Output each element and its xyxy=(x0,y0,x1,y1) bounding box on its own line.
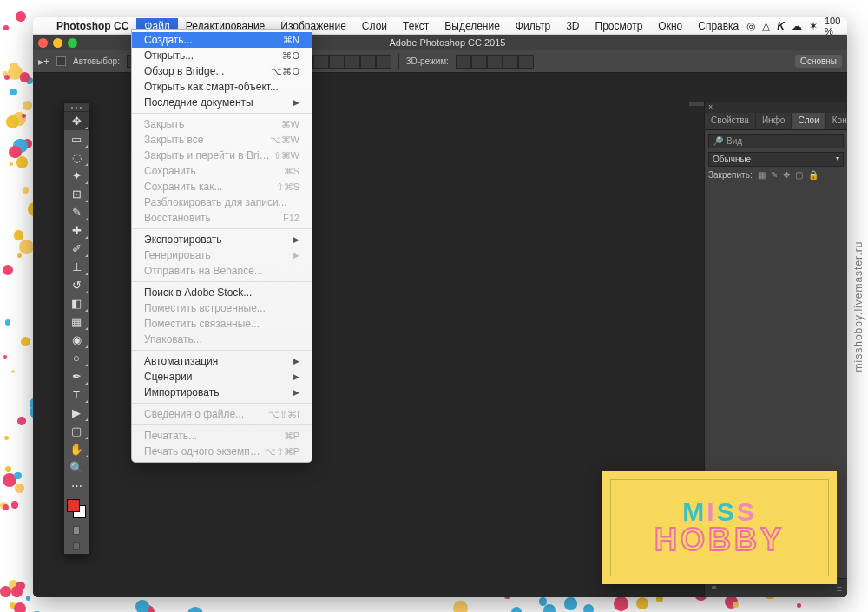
color-swatches[interactable] xyxy=(64,497,89,521)
menu-item[interactable]: Импортировать▶ xyxy=(132,385,312,400)
menu-item: Закрыть⌘W xyxy=(132,116,312,132)
dist-btn[interactable] xyxy=(313,55,329,69)
foreground-color[interactable] xyxy=(67,499,80,512)
confetti-dot xyxy=(135,600,149,612)
3d-btn[interactable] xyxy=(456,55,471,69)
card-line2: HOBBY xyxy=(654,522,785,558)
window-close[interactable] xyxy=(38,38,48,48)
blend-mode-select[interactable]: Обычные xyxy=(708,152,844,167)
side-watermark: misshobby.livemaster.ru xyxy=(852,240,865,372)
quickmask-toggle[interactable] xyxy=(64,523,89,538)
cc-icon[interactable]: ◎ xyxy=(746,20,755,32)
move-tool[interactable]: ✥ xyxy=(64,112,89,130)
lock-move-icon[interactable]: ✥ xyxy=(783,170,790,180)
menu-item[interactable]: Создать...⌘N xyxy=(132,32,312,48)
move-tool-icon[interactable]: ▸+ xyxy=(38,56,49,68)
panel-tab[interactable]: Контуры xyxy=(826,113,847,129)
menu-слои[interactable]: Слои xyxy=(354,18,395,34)
stamp-tool[interactable]: ⊥ xyxy=(64,258,89,276)
dist-btn[interactable] xyxy=(329,55,345,69)
menu-выделение[interactable]: Выделение xyxy=(437,18,508,34)
panel-menu-icon[interactable]: ≡ xyxy=(837,583,842,594)
dist-btn[interactable] xyxy=(345,55,360,69)
path-select-tool[interactable]: ▶ xyxy=(64,404,89,422)
edit-toolbar[interactable]: ⋯ xyxy=(64,477,89,495)
wifi-icon[interactable]: ✶ xyxy=(809,20,818,32)
menu-фильтр[interactable]: Фильтр xyxy=(508,18,558,34)
palette-grip[interactable] xyxy=(64,103,89,112)
confetti-dot xyxy=(22,114,26,118)
3d-btn[interactable] xyxy=(471,55,487,69)
zoom-tool[interactable]: 🔍 xyxy=(64,458,89,477)
confetti-dot xyxy=(3,25,9,30)
heal-tool[interactable]: ✚ xyxy=(64,221,89,240)
cloud-icon[interactable]: ☁︎ xyxy=(792,20,802,32)
app-name[interactable]: Photoshop CC xyxy=(49,18,136,34)
shape-tool[interactable]: ▢ xyxy=(64,422,89,440)
menu-текст[interactable]: Текст xyxy=(395,18,437,34)
gradient-tool[interactable]: ▦ xyxy=(64,313,89,331)
confetti-dot xyxy=(23,187,29,193)
confetti-dot xyxy=(583,604,594,612)
confetti-dot xyxy=(187,607,203,612)
type-tool[interactable]: T xyxy=(64,385,89,404)
menu-справка[interactable]: Справка xyxy=(690,18,746,34)
autoselect-label: Автовыбор: xyxy=(73,56,120,66)
panel-tab[interactable]: Слои xyxy=(792,113,825,129)
menu-item[interactable]: Открыть как смарт-объект... xyxy=(132,79,312,95)
lock-pixels-icon[interactable]: ▦ xyxy=(758,170,766,180)
3d-btn[interactable] xyxy=(487,55,503,69)
workspace-pill[interactable]: Основны xyxy=(795,55,842,68)
wand-tool[interactable]: ✦ xyxy=(64,167,89,185)
confetti-dot xyxy=(0,586,11,597)
filter-label: Вид xyxy=(727,136,742,146)
3d-btn[interactable] xyxy=(503,55,518,69)
menu-окно[interactable]: Окно xyxy=(650,18,690,34)
dodge-tool[interactable]: ○ xyxy=(64,349,89,367)
hand-tool[interactable]: ✋ xyxy=(64,440,89,458)
confetti-dot xyxy=(543,604,556,612)
menu-item: Сохранить⌘S xyxy=(132,163,312,179)
menu-item[interactable]: Экспортировать▶ xyxy=(132,232,312,247)
k-icon[interactable]: K xyxy=(777,20,785,32)
brush-tool[interactable]: ✐ xyxy=(64,240,89,258)
screenmode-toggle[interactable] xyxy=(64,538,89,554)
dist-btn[interactable] xyxy=(376,55,391,69)
menu-item[interactable]: Сценарии▶ xyxy=(132,369,312,385)
menu-item: ВосстановитьF12 xyxy=(132,210,312,226)
lock-position-icon[interactable]: ✎ xyxy=(771,170,778,180)
menu-просмотр[interactable]: Просмотр xyxy=(588,18,651,34)
menu-item[interactable]: Поиск в Adobe Stock... xyxy=(132,285,312,300)
confetti-dot xyxy=(14,602,26,612)
blur-tool[interactable]: ◉ xyxy=(64,331,89,349)
eyedropper-tool[interactable]: ✎ xyxy=(64,203,89,221)
pen-tool[interactable]: ✒ xyxy=(64,367,89,385)
confetti-dot xyxy=(10,89,16,95)
dist-btn[interactable] xyxy=(360,55,376,69)
eraser-tool[interactable]: ◧ xyxy=(64,294,89,313)
panel-close-row[interactable]: × xyxy=(705,102,847,113)
confetti-dot xyxy=(11,370,15,373)
menu-item: Печатать...⌘P xyxy=(132,428,312,444)
history-brush-tool[interactable]: ↺ xyxy=(64,276,89,294)
menu-item[interactable]: Обзор в Bridge...⌥⌘O xyxy=(132,63,312,79)
drive-icon[interactable]: △ xyxy=(762,20,770,32)
3d-btn[interactable] xyxy=(518,55,534,69)
lock-artboard-icon[interactable]: ▢ xyxy=(795,170,803,180)
confetti-dot xyxy=(4,436,9,440)
menu-3d[interactable]: 3D xyxy=(558,18,587,34)
menu-item[interactable]: Открыть...⌘O xyxy=(132,48,312,63)
lock-all-icon[interactable]: 🔒 xyxy=(808,170,819,180)
confetti-dot xyxy=(21,337,31,347)
panel-tab[interactable]: Инфо xyxy=(756,113,792,129)
autoselect-checkbox[interactable] xyxy=(56,56,66,66)
confetti-dot xyxy=(9,146,21,158)
panel-tab[interactable]: Свойства xyxy=(705,113,756,129)
menu-item[interactable]: Последние документы▶ xyxy=(132,95,312,110)
marquee-tool[interactable]: ▭ xyxy=(64,130,89,148)
lasso-tool[interactable]: ◌ xyxy=(64,148,89,167)
crop-tool[interactable]: ⊡ xyxy=(64,185,89,203)
menu-item[interactable]: Автоматизация▶ xyxy=(132,353,312,369)
layer-filter[interactable]: 🔎 Вид xyxy=(708,134,844,148)
collapsed-dock[interactable] xyxy=(688,102,704,106)
